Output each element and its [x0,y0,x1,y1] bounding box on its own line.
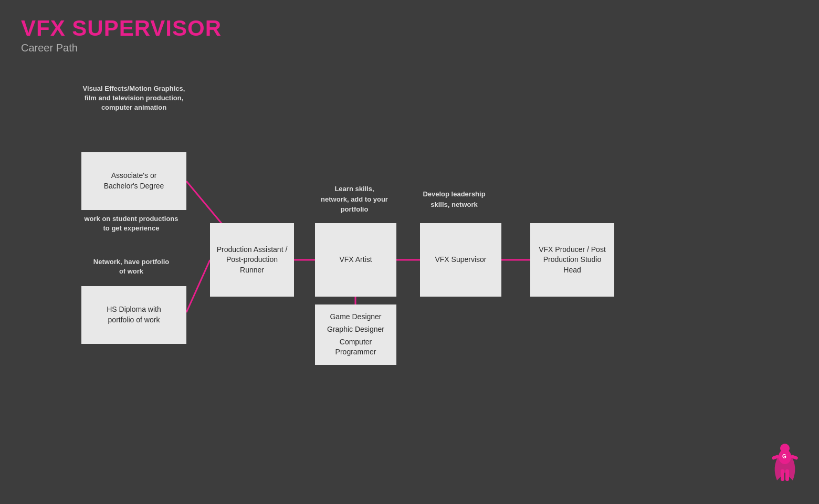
box-vfx-supervisor: VFX Supervisor [420,223,501,297]
mascot-logo: G [766,441,803,488]
main-title: VFX SUPERVISOR [21,16,222,41]
page-title: VFX SUPERVISOR Career Path [21,16,222,54]
subtitle: Career Path [21,42,222,54]
edu-label-student: work on student productions to get exper… [81,214,181,233]
edu-label-vfx: Visual Effects/Motion Graphics, film and… [79,84,189,113]
step-label-develop: Develop leadershipskills, network [404,189,504,209]
step-label-learn: Learn skills,network, add to yourportfol… [302,184,407,215]
box-vfx-producer: VFX Producer / Post Production Studio He… [530,223,614,297]
box-alt-game-designer: Game Designer [330,312,381,322]
edu-label-network: Network, have portfolio of work [89,257,173,276]
box-alt-computer-programmer: Computer Programmer [320,337,391,358]
box-production-assistant: Production Assistant / Post-production R… [210,223,294,297]
svg-point-8 [780,444,790,453]
svg-rect-9 [781,469,784,481]
box-alt-careers: Game Designer Graphic Designer Computer … [315,304,396,365]
box-hs-diploma: HS Diploma withportfolio of work [81,286,186,344]
box-degree-text: Associate's orBachelor's Degree [104,171,164,191]
box-hs-diploma-text: HS Diploma withportfolio of work [107,304,161,325]
box-vfxartist-text: VFX Artist [339,255,372,265]
career-diagram: Visual Effects/Motion Graphics, film and… [0,68,819,488]
svg-rect-10 [785,469,789,481]
box-vfxsup-text: VFX Supervisor [435,255,486,265]
box-alt-graphic-designer: Graphic Designer [327,324,384,335]
svg-line-1 [186,260,210,312]
box-vfxprod-text: VFX Producer / Post Production Studio He… [536,245,609,276]
box-vfx-artist: VFX Artist [315,223,396,297]
box-degree: Associate's orBachelor's Degree [81,152,186,210]
svg-text:G: G [782,454,786,459]
diagram-lines [0,68,819,488]
box-pa-text: Production Assistant / Post-production R… [215,245,289,276]
